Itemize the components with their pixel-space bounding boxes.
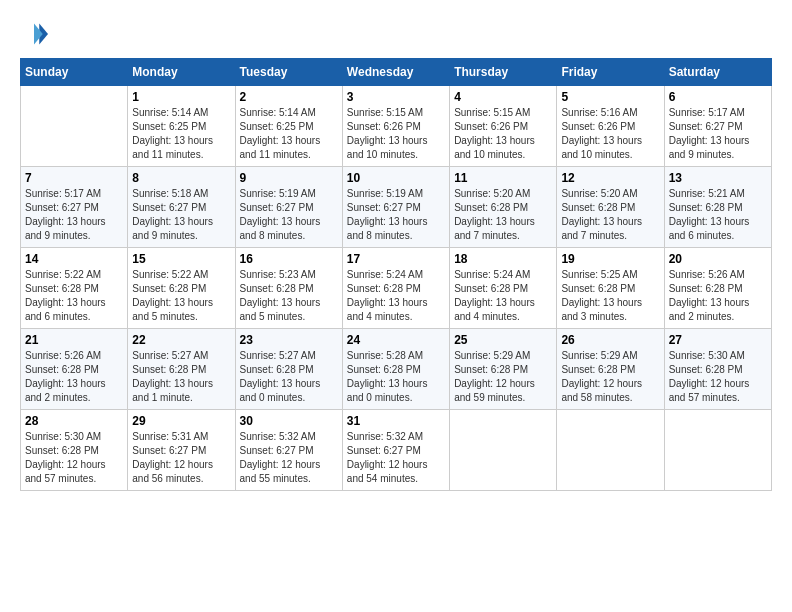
day-number: 12	[561, 171, 659, 185]
calendar-cell: 25Sunrise: 5:29 AM Sunset: 6:28 PM Dayli…	[450, 329, 557, 410]
calendar-cell: 1Sunrise: 5:14 AM Sunset: 6:25 PM Daylig…	[128, 86, 235, 167]
day-info: Sunrise: 5:29 AM Sunset: 6:28 PM Dayligh…	[454, 349, 552, 405]
day-number: 5	[561, 90, 659, 104]
calendar-cell: 28Sunrise: 5:30 AM Sunset: 6:28 PM Dayli…	[21, 410, 128, 491]
day-number: 18	[454, 252, 552, 266]
weekday-header: Sunday	[21, 59, 128, 86]
calendar-cell: 13Sunrise: 5:21 AM Sunset: 6:28 PM Dayli…	[664, 167, 771, 248]
day-number: 22	[132, 333, 230, 347]
day-info: Sunrise: 5:20 AM Sunset: 6:28 PM Dayligh…	[561, 187, 659, 243]
logo-icon	[20, 20, 48, 48]
day-number: 15	[132, 252, 230, 266]
day-number: 6	[669, 90, 767, 104]
calendar-cell	[557, 410, 664, 491]
day-info: Sunrise: 5:14 AM Sunset: 6:25 PM Dayligh…	[240, 106, 338, 162]
calendar-cell: 5Sunrise: 5:16 AM Sunset: 6:26 PM Daylig…	[557, 86, 664, 167]
calendar-cell: 17Sunrise: 5:24 AM Sunset: 6:28 PM Dayli…	[342, 248, 449, 329]
day-info: Sunrise: 5:28 AM Sunset: 6:28 PM Dayligh…	[347, 349, 445, 405]
day-info: Sunrise: 5:29 AM Sunset: 6:28 PM Dayligh…	[561, 349, 659, 405]
day-number: 8	[132, 171, 230, 185]
weekday-header: Thursday	[450, 59, 557, 86]
day-number: 7	[25, 171, 123, 185]
logo	[20, 20, 52, 48]
day-info: Sunrise: 5:32 AM Sunset: 6:27 PM Dayligh…	[240, 430, 338, 486]
day-number: 25	[454, 333, 552, 347]
day-number: 26	[561, 333, 659, 347]
day-number: 16	[240, 252, 338, 266]
calendar-week-row: 21Sunrise: 5:26 AM Sunset: 6:28 PM Dayli…	[21, 329, 772, 410]
day-info: Sunrise: 5:24 AM Sunset: 6:28 PM Dayligh…	[347, 268, 445, 324]
day-number: 2	[240, 90, 338, 104]
calendar-cell: 12Sunrise: 5:20 AM Sunset: 6:28 PM Dayli…	[557, 167, 664, 248]
day-info: Sunrise: 5:16 AM Sunset: 6:26 PM Dayligh…	[561, 106, 659, 162]
day-number: 29	[132, 414, 230, 428]
day-info: Sunrise: 5:32 AM Sunset: 6:27 PM Dayligh…	[347, 430, 445, 486]
day-info: Sunrise: 5:27 AM Sunset: 6:28 PM Dayligh…	[240, 349, 338, 405]
calendar-table: SundayMondayTuesdayWednesdayThursdayFrid…	[20, 58, 772, 491]
day-info: Sunrise: 5:23 AM Sunset: 6:28 PM Dayligh…	[240, 268, 338, 324]
weekday-header: Saturday	[664, 59, 771, 86]
calendar-cell: 15Sunrise: 5:22 AM Sunset: 6:28 PM Dayli…	[128, 248, 235, 329]
calendar-cell: 31Sunrise: 5:32 AM Sunset: 6:27 PM Dayli…	[342, 410, 449, 491]
calendar-cell: 24Sunrise: 5:28 AM Sunset: 6:28 PM Dayli…	[342, 329, 449, 410]
calendar-cell: 18Sunrise: 5:24 AM Sunset: 6:28 PM Dayli…	[450, 248, 557, 329]
day-number: 11	[454, 171, 552, 185]
day-info: Sunrise: 5:15 AM Sunset: 6:26 PM Dayligh…	[454, 106, 552, 162]
weekday-header: Tuesday	[235, 59, 342, 86]
day-info: Sunrise: 5:19 AM Sunset: 6:27 PM Dayligh…	[347, 187, 445, 243]
day-info: Sunrise: 5:15 AM Sunset: 6:26 PM Dayligh…	[347, 106, 445, 162]
day-number: 9	[240, 171, 338, 185]
calendar-cell	[21, 86, 128, 167]
calendar-cell: 4Sunrise: 5:15 AM Sunset: 6:26 PM Daylig…	[450, 86, 557, 167]
day-info: Sunrise: 5:14 AM Sunset: 6:25 PM Dayligh…	[132, 106, 230, 162]
day-info: Sunrise: 5:21 AM Sunset: 6:28 PM Dayligh…	[669, 187, 767, 243]
calendar-week-row: 1Sunrise: 5:14 AM Sunset: 6:25 PM Daylig…	[21, 86, 772, 167]
day-number: 27	[669, 333, 767, 347]
day-number: 17	[347, 252, 445, 266]
calendar-cell: 23Sunrise: 5:27 AM Sunset: 6:28 PM Dayli…	[235, 329, 342, 410]
day-info: Sunrise: 5:30 AM Sunset: 6:28 PM Dayligh…	[669, 349, 767, 405]
weekday-header: Wednesday	[342, 59, 449, 86]
calendar-cell: 26Sunrise: 5:29 AM Sunset: 6:28 PM Dayli…	[557, 329, 664, 410]
day-number: 3	[347, 90, 445, 104]
calendar-cell: 8Sunrise: 5:18 AM Sunset: 6:27 PM Daylig…	[128, 167, 235, 248]
day-info: Sunrise: 5:27 AM Sunset: 6:28 PM Dayligh…	[132, 349, 230, 405]
day-info: Sunrise: 5:22 AM Sunset: 6:28 PM Dayligh…	[132, 268, 230, 324]
day-info: Sunrise: 5:26 AM Sunset: 6:28 PM Dayligh…	[25, 349, 123, 405]
day-info: Sunrise: 5:19 AM Sunset: 6:27 PM Dayligh…	[240, 187, 338, 243]
day-info: Sunrise: 5:25 AM Sunset: 6:28 PM Dayligh…	[561, 268, 659, 324]
page-header	[20, 20, 772, 48]
calendar-cell: 3Sunrise: 5:15 AM Sunset: 6:26 PM Daylig…	[342, 86, 449, 167]
calendar-cell: 6Sunrise: 5:17 AM Sunset: 6:27 PM Daylig…	[664, 86, 771, 167]
day-number: 23	[240, 333, 338, 347]
day-number: 4	[454, 90, 552, 104]
day-info: Sunrise: 5:30 AM Sunset: 6:28 PM Dayligh…	[25, 430, 123, 486]
day-number: 19	[561, 252, 659, 266]
calendar-cell: 20Sunrise: 5:26 AM Sunset: 6:28 PM Dayli…	[664, 248, 771, 329]
day-info: Sunrise: 5:20 AM Sunset: 6:28 PM Dayligh…	[454, 187, 552, 243]
weekday-header: Monday	[128, 59, 235, 86]
calendar-cell: 21Sunrise: 5:26 AM Sunset: 6:28 PM Dayli…	[21, 329, 128, 410]
calendar-cell: 29Sunrise: 5:31 AM Sunset: 6:27 PM Dayli…	[128, 410, 235, 491]
calendar-cell: 22Sunrise: 5:27 AM Sunset: 6:28 PM Dayli…	[128, 329, 235, 410]
day-info: Sunrise: 5:31 AM Sunset: 6:27 PM Dayligh…	[132, 430, 230, 486]
calendar-cell: 9Sunrise: 5:19 AM Sunset: 6:27 PM Daylig…	[235, 167, 342, 248]
day-number: 28	[25, 414, 123, 428]
day-info: Sunrise: 5:24 AM Sunset: 6:28 PM Dayligh…	[454, 268, 552, 324]
day-number: 13	[669, 171, 767, 185]
day-number: 1	[132, 90, 230, 104]
calendar-cell: 10Sunrise: 5:19 AM Sunset: 6:27 PM Dayli…	[342, 167, 449, 248]
calendar-header-row: SundayMondayTuesdayWednesdayThursdayFrid…	[21, 59, 772, 86]
calendar-cell: 19Sunrise: 5:25 AM Sunset: 6:28 PM Dayli…	[557, 248, 664, 329]
day-number: 31	[347, 414, 445, 428]
calendar-week-row: 28Sunrise: 5:30 AM Sunset: 6:28 PM Dayli…	[21, 410, 772, 491]
calendar-cell: 14Sunrise: 5:22 AM Sunset: 6:28 PM Dayli…	[21, 248, 128, 329]
day-number: 20	[669, 252, 767, 266]
calendar-cell: 27Sunrise: 5:30 AM Sunset: 6:28 PM Dayli…	[664, 329, 771, 410]
calendar-cell: 30Sunrise: 5:32 AM Sunset: 6:27 PM Dayli…	[235, 410, 342, 491]
day-info: Sunrise: 5:17 AM Sunset: 6:27 PM Dayligh…	[669, 106, 767, 162]
calendar-week-row: 14Sunrise: 5:22 AM Sunset: 6:28 PM Dayli…	[21, 248, 772, 329]
day-info: Sunrise: 5:22 AM Sunset: 6:28 PM Dayligh…	[25, 268, 123, 324]
day-number: 21	[25, 333, 123, 347]
day-info: Sunrise: 5:26 AM Sunset: 6:28 PM Dayligh…	[669, 268, 767, 324]
